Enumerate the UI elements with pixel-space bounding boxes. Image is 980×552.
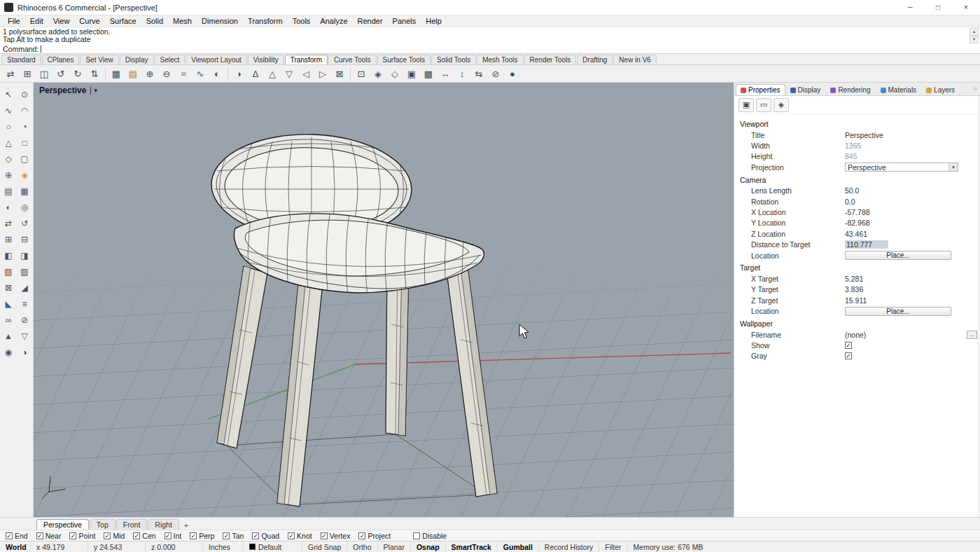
left-toolbar-icon[interactable]: ⊟ bbox=[17, 232, 32, 247]
scroll-down-icon[interactable]: ▼ bbox=[969, 36, 979, 43]
left-toolbar-icon[interactable]: ◉ bbox=[1, 345, 16, 360]
menu-item-solid[interactable]: Solid bbox=[141, 17, 168, 25]
toolbar-icon[interactable]: ∆ bbox=[247, 65, 264, 82]
property-value[interactable]: 43.461 bbox=[845, 230, 980, 238]
toolbar-icon[interactable]: ≈ bbox=[175, 65, 192, 82]
panel-menu-icon[interactable]: ○ bbox=[974, 85, 977, 92]
chair-seat[interactable] bbox=[234, 209, 484, 298]
toolbar-icon[interactable]: ▩ bbox=[420, 65, 437, 82]
toolbar-tab-visibility[interactable]: Visibility bbox=[248, 55, 284, 64]
show-checkbox[interactable]: ✓ bbox=[845, 342, 852, 349]
osnap-disable[interactable]: Disable bbox=[413, 532, 447, 540]
property-value-selected[interactable]: 110.777 bbox=[845, 240, 888, 249]
left-toolbar-icon[interactable]: ↖ bbox=[1, 87, 16, 102]
minimize-button[interactable]: ─ bbox=[896, 0, 924, 15]
osnap-quad[interactable]: ✓Quad bbox=[252, 532, 279, 540]
osnap-project[interactable]: ✓Project bbox=[358, 532, 391, 540]
left-toolbar-icon[interactable]: ▤ bbox=[1, 184, 16, 199]
left-toolbar-icon[interactable]: ∿ bbox=[1, 103, 16, 118]
toolbar-icon[interactable]: ↻ bbox=[69, 65, 86, 82]
property-value[interactable]: Perspective bbox=[845, 131, 980, 139]
left-toolbar-icon[interactable]: ▨ bbox=[17, 264, 32, 280]
toolbar-icon[interactable]: ▣ bbox=[403, 65, 420, 82]
toolbar-icon[interactable]: ↔ bbox=[437, 65, 454, 82]
tab-materials[interactable]: Materials bbox=[876, 84, 922, 95]
osnap-knot[interactable]: ✓Knot bbox=[288, 532, 312, 540]
panel-scrollbar[interactable] bbox=[977, 96, 980, 517]
toolbar-icon[interactable]: ◐ bbox=[209, 65, 225, 82]
menu-item-file[interactable]: File bbox=[3, 17, 25, 25]
left-toolbar-icon[interactable]: ⊙ bbox=[17, 87, 32, 102]
toolbar-icon[interactable]: ∿ bbox=[192, 65, 209, 82]
toolbar-icon[interactable]: ⊠ bbox=[331, 65, 348, 82]
toolbar-icon[interactable]: ▦ bbox=[108, 65, 125, 82]
menu-item-render[interactable]: Render bbox=[353, 17, 388, 25]
toolbar-icon[interactable]: △ bbox=[264, 65, 281, 82]
toolbar-tab-curve-tools[interactable]: Curve Tools bbox=[328, 55, 377, 64]
left-toolbar-icon[interactable]: ⇄ bbox=[1, 216, 16, 231]
toolbar-tab-solid-tools[interactable]: Solid Tools bbox=[431, 55, 476, 64]
osnap-mid[interactable]: ✓Mid bbox=[104, 532, 125, 540]
toolbar-icon[interactable]: ● bbox=[504, 65, 521, 82]
toolbar-icon[interactable]: ⇅ bbox=[86, 65, 103, 82]
place-camera-button[interactable]: Place... bbox=[845, 251, 951, 260]
menu-item-view[interactable]: View bbox=[48, 17, 75, 25]
left-toolbar-icon[interactable]: ⊠ bbox=[1, 280, 16, 296]
left-toolbar-icon[interactable]: ⊕ bbox=[1, 167, 16, 183]
osnap-perp[interactable]: ✓Perp bbox=[190, 532, 214, 540]
viewport-properties-icon[interactable]: ▣ bbox=[738, 98, 754, 112]
tab-display[interactable]: Display bbox=[785, 84, 826, 95]
left-toolbar-icon[interactable]: ◠ bbox=[17, 103, 32, 118]
left-toolbar-icon[interactable]: ▲ bbox=[1, 329, 16, 344]
menu-item-analyze[interactable]: Analyze bbox=[315, 17, 352, 25]
toolbar-tab-cplanes[interactable]: CPlanes bbox=[42, 55, 80, 64]
toolbar-tab-drafting[interactable]: Drafting bbox=[577, 55, 612, 64]
left-toolbar-icon[interactable]: ↺ bbox=[17, 216, 32, 231]
left-toolbar-icon[interactable]: △ bbox=[1, 135, 16, 151]
viewport-perspective[interactable]: Perspective ▾ bbox=[34, 83, 734, 517]
status-toggle-osnap[interactable]: Osnap bbox=[411, 541, 446, 552]
toolbar-icon[interactable]: ◇ bbox=[386, 65, 403, 82]
status-layer[interactable]: Default bbox=[244, 541, 302, 552]
material-properties-icon[interactable]: ◈ bbox=[774, 98, 789, 112]
toolbar-icon[interactable]: ⊕ bbox=[141, 65, 158, 82]
toolbar-tab-viewport-layout[interactable]: Viewport Layout bbox=[186, 55, 247, 64]
viewport-menu-caret-icon[interactable]: ▾ bbox=[94, 87, 97, 94]
left-toolbar-icon[interactable]: ▦ bbox=[17, 184, 32, 199]
status-toggle-planar[interactable]: Planar bbox=[378, 541, 411, 552]
projection-dropdown[interactable]: Perspective ▾ bbox=[845, 163, 958, 172]
status-toggle-filter[interactable]: Filter bbox=[599, 541, 627, 552]
left-toolbar-icon[interactable]: ◇ bbox=[1, 151, 16, 167]
object-properties-icon[interactable]: ▭ bbox=[756, 98, 771, 112]
left-toolbar-icon[interactable]: □ bbox=[17, 135, 32, 151]
left-toolbar-icon[interactable]: ▽ bbox=[17, 329, 32, 344]
osnap-cen[interactable]: ✓Cen bbox=[133, 532, 155, 540]
left-toolbar-icon[interactable]: ⊞ bbox=[1, 232, 16, 247]
toolbar-icon[interactable]: ⊞ bbox=[19, 65, 36, 82]
tab-layers[interactable]: Layers bbox=[921, 84, 960, 95]
command-input[interactable]: Command: bbox=[0, 44, 980, 54]
status-toggle-grid-snap[interactable]: Grid Snap bbox=[302, 541, 347, 552]
toolbar-icon[interactable]: ↕ bbox=[454, 65, 470, 82]
toolbar-icon[interactable]: ⇆ bbox=[470, 65, 487, 82]
place-target-button[interactable]: Place... bbox=[845, 307, 951, 316]
maximize-button[interactable]: □ bbox=[924, 0, 952, 15]
viewport-tab-top[interactable]: Top bbox=[90, 519, 115, 530]
toolbar-tab-surface-tools[interactable]: Surface Tools bbox=[377, 55, 430, 64]
toolbar-icon[interactable]: ⊖ bbox=[158, 65, 175, 82]
toolbar-icon[interactable]: ▽ bbox=[281, 65, 298, 82]
toolbar-tab-transform[interactable]: Transform bbox=[285, 55, 328, 64]
property-value[interactable]: 0.0 bbox=[845, 198, 980, 206]
menu-item-transform[interactable]: Transform bbox=[243, 17, 288, 25]
menu-item-mesh[interactable]: Mesh bbox=[168, 17, 197, 25]
toolbar-tab-set-view[interactable]: Set View bbox=[80, 55, 118, 64]
property-value[interactable]: 5.281 bbox=[845, 275, 980, 283]
toolbar-icon[interactable]: ▷ bbox=[314, 65, 331, 82]
property-value[interactable]: -57.788 bbox=[845, 208, 980, 216]
toolbar-tab-select[interactable]: Select bbox=[155, 55, 186, 64]
left-toolbar-icon[interactable]: ⊘ bbox=[17, 312, 32, 328]
osnap-near[interactable]: ✓Near bbox=[36, 532, 62, 540]
left-toolbar-icon[interactable]: ◑ bbox=[17, 345, 32, 360]
left-toolbar-icon[interactable]: ◐ bbox=[1, 200, 16, 215]
browse-file-button[interactable]: ... bbox=[967, 331, 977, 339]
